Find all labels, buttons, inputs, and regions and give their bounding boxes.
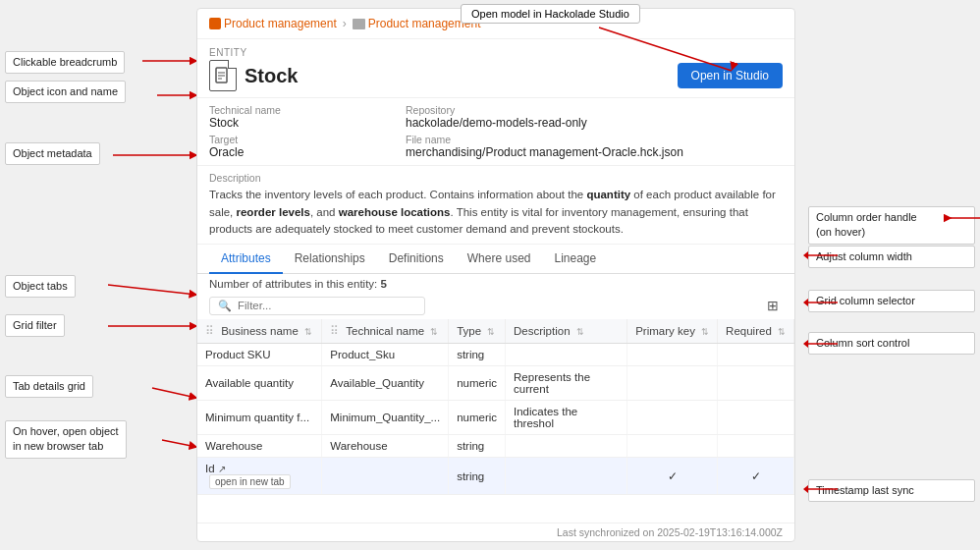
entity-type-label: Entity — [209, 47, 783, 58]
technical-name-value: Stock — [209, 116, 386, 130]
cell-primary-key-4 — [627, 435, 718, 458]
col-header-required[interactable]: Required ⇅ — [718, 319, 794, 344]
footer-bar: Last synchronized on 2025-02-19T13:16:14… — [197, 522, 794, 541]
cell-technical-name-4: Warehouse — [322, 435, 449, 458]
cell-description-3: Indicates the threshol — [506, 401, 627, 435]
cell-type-2: numeric — [449, 366, 506, 401]
col-resize-handle-4[interactable] — [623, 319, 626, 343]
search-icon: 🔍 — [218, 300, 232, 312]
column-selector-button[interactable]: ⊞ — [763, 296, 783, 315]
grid-filter-row: 🔍 ⊞ — [197, 294, 794, 319]
entity-icon — [209, 60, 237, 91]
col-header-type[interactable]: Type ⇅ — [449, 319, 506, 344]
cell-required-4 — [718, 435, 794, 458]
attributes-table: ⠿ Business name ⇅ ⠿ Technical name ⇅ — [197, 319, 794, 495]
sort-icon-technical-name: ⇅ — [430, 327, 438, 337]
cell-primary-key-3 — [627, 401, 718, 435]
cell-business-name-3[interactable]: Minimum quantity f... — [197, 401, 322, 435]
sort-icon-type: ⇅ — [487, 327, 495, 337]
data-table-wrapper[interactable]: ⠿ Business name ⇅ ⠿ Technical name ⇅ — [197, 319, 794, 522]
grid-toolbar: Number of attributes in this entity: 5 — [197, 274, 794, 294]
col-resize-handle[interactable] — [317, 319, 321, 343]
tab-lineage[interactable]: Lineage — [542, 245, 608, 274]
grid-area: Number of attributes in this entity: 5 🔍… — [197, 274, 794, 522]
svg-line-3 — [108, 285, 196, 295]
filter-text-input[interactable] — [238, 300, 416, 311]
description-label: Description — [209, 172, 261, 184]
entity-name: Stock — [245, 65, 298, 87]
breadcrumb-separator: › — [343, 17, 347, 30]
cell-technical-name-2: Available_Quantity — [322, 366, 449, 401]
cell-business-name-2[interactable]: Available quantity — [197, 366, 322, 401]
cell-required-1 — [718, 344, 794, 366]
cell-required-3 — [718, 401, 794, 435]
cell-technical-name-1: Product_Sku — [322, 344, 449, 366]
col-drag-handle-2[interactable]: ⠿ — [330, 324, 339, 338]
cell-type-5: string — [449, 458, 506, 495]
cell-primary-key-5: ✓ — [627, 458, 718, 495]
main-content-panel: Product management › Product management … — [196, 8, 795, 542]
breadcrumb-annotation: Clickable breadcrumb — [5, 51, 125, 74]
col-resize-handle-3[interactable] — [501, 319, 505, 343]
tab-relationships[interactable]: Relationships — [283, 245, 377, 274]
col-header-description[interactable]: Description ⇅ — [506, 319, 627, 344]
cell-technical-name-3: Minimum_Quantity_... — [322, 401, 449, 435]
table-row: Id ↗ open in new tab string ✓ ✓ — [197, 458, 794, 495]
tab-definitions[interactable]: Definitions — [377, 245, 456, 274]
file-name-label: File name — [406, 134, 783, 145]
open-studio-callout: Open model in Hackolade Studio — [461, 4, 640, 24]
breadcrumb-label-1: Product management — [224, 17, 337, 30]
cell-description-4 — [506, 435, 627, 458]
cell-business-name-5[interactable]: Id ↗ open in new tab — [197, 458, 322, 495]
col-resize-handle-5[interactable] — [713, 319, 717, 343]
tab-attributes[interactable]: Attributes — [209, 245, 283, 274]
tabs-row: Attributes Relationships Definitions Whe… — [197, 245, 794, 274]
col-resize-handle-6[interactable] — [789, 319, 793, 343]
target-value: Oracle — [209, 145, 386, 159]
sort-icon-primary-key: ⇅ — [701, 327, 709, 337]
table-row: Product SKU Product_Sku string — [197, 344, 794, 366]
svg-line-6 — [162, 440, 196, 447]
right-arrows — [803, 0, 980, 550]
cell-type-4: string — [449, 435, 506, 458]
col-resize-handle-2[interactable] — [444, 319, 448, 343]
folder-icon-small — [353, 19, 365, 29]
on-hover-annotation: On hover, open objectin new browser tab — [5, 420, 127, 459]
tab-details-grid-annotation: Tab details grid — [5, 375, 93, 398]
cell-description-5 — [506, 458, 627, 495]
object-icon-annotation: Object icon and name — [5, 81, 126, 103]
cell-business-name-1[interactable]: Product SKU — [197, 344, 322, 366]
entity-header: Entity Stock Open in St — [197, 39, 794, 98]
cell-business-name-4[interactable]: Warehouse — [197, 435, 322, 458]
open-new-tab-hint: open in new tab — [209, 474, 291, 489]
right-annotation-panel: Column order handle(on hover) Adjust col… — [803, 0, 980, 550]
table-row: Minimum quantity f... Minimum_Quantity_.… — [197, 401, 794, 435]
table-header-row: ⠿ Business name ⇅ ⠿ Technical name ⇅ — [197, 319, 794, 344]
cell-required-5: ✓ — [718, 458, 794, 495]
sort-icon-description: ⇅ — [576, 327, 584, 337]
column-sort-annotation: Column sort control — [808, 332, 975, 355]
cell-description-1 — [506, 344, 627, 366]
adjust-column-annotation: Adjust column width — [808, 246, 975, 268]
cell-technical-name-5 — [322, 458, 449, 495]
entity-icon-small — [209, 18, 221, 29]
open-new-tab-icon: ↗ — [218, 464, 226, 474]
timestamp-annotation: Timestamp last sync — [808, 479, 975, 502]
breadcrumb-item-1[interactable]: Product management — [209, 17, 337, 30]
sync-timestamp: Last synchronized on 2025-02-19T13:16:14… — [557, 526, 783, 538]
column-order-annotation: Column order handle(on hover) — [808, 206, 975, 245]
col-header-technical-name[interactable]: ⠿ Technical name ⇅ — [322, 319, 449, 344]
grid-filter-annotation: Grid filter — [5, 314, 65, 337]
col-header-primary-key[interactable]: Primary key ⇅ — [627, 319, 718, 344]
col-header-business-name[interactable]: ⠿ Business name ⇅ — [197, 319, 322, 344]
sort-icon-required: ⇅ — [778, 327, 786, 337]
open-studio-button[interactable]: Open in Studio — [678, 63, 783, 88]
open-studio-callout-text: Open model in Hackolade Studio — [471, 8, 629, 20]
cell-primary-key-2 — [627, 366, 718, 401]
svg-line-5 — [152, 388, 196, 398]
attribute-count-text: Number of attributes in this entity: 5 — [209, 278, 387, 290]
cell-type-3: numeric — [449, 401, 506, 435]
tab-where-used[interactable]: Where used — [456, 245, 543, 274]
grid-filter-input[interactable]: 🔍 — [209, 297, 425, 315]
col-drag-handle[interactable]: ⠿ — [205, 324, 214, 338]
